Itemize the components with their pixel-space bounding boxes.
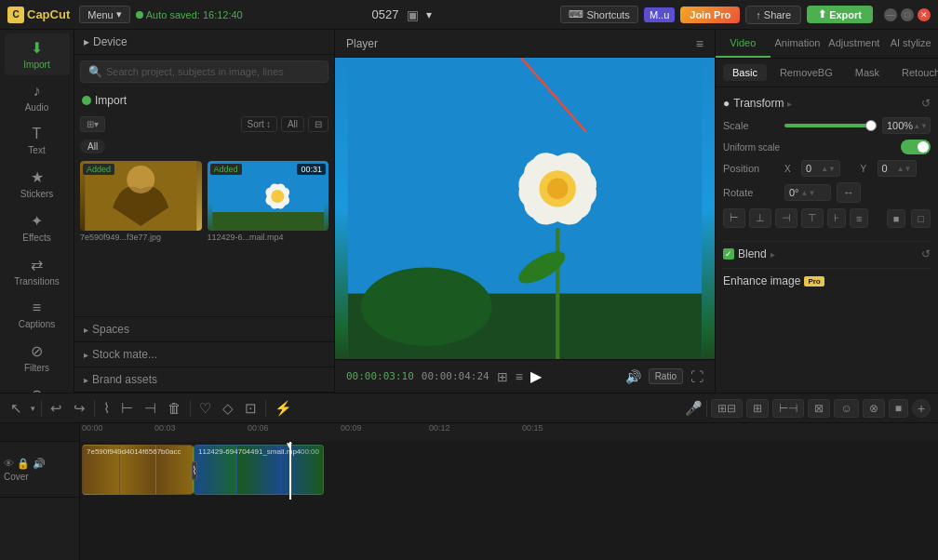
sidebar-item-import[interactable]: ⬇ Import [5, 33, 70, 75]
timeline-ruler: 00:00 00:03 00:06 00:09 00:12 00:15 [80, 423, 938, 442]
split-button[interactable]: ⌇ [100, 397, 113, 420]
play-button[interactable]: ▶ [530, 367, 542, 385]
blend-reset-icon[interactable]: ↺ [921, 247, 931, 260]
brand-assets-section[interactable]: ▸ Brand assets [74, 367, 334, 393]
microphone-icon[interactable]: 🎤 [685, 400, 703, 417]
align-center-h-button[interactable]: ⊥ [749, 208, 771, 228]
tl-btn-4[interactable]: ⊠ [808, 399, 830, 418]
join-pro-button[interactable]: Join Pro [680, 7, 740, 23]
device-header-label: Device [93, 35, 127, 48]
pointer-dropdown[interactable]: ▾ [31, 404, 35, 413]
toolbar-separator-3 [190, 400, 191, 417]
media-item-1[interactable]: Added 7e590f949...f3e77.jpg [80, 161, 202, 242]
tl-btn-2[interactable]: ⊞ [746, 399, 769, 418]
track-audio-icon[interactable]: 🔊 [33, 458, 46, 470]
export-button[interactable]: ⬆ Export [807, 6, 873, 23]
tl-btn-5[interactable]: ☺ [834, 399, 858, 418]
sort-button[interactable]: Sort ↕ [241, 116, 277, 132]
align-extra-1[interactable]: ■ [887, 209, 906, 228]
subtab-retouch[interactable]: Retouch [892, 64, 938, 81]
tl-btn-1[interactable]: ⊞⊟ [711, 399, 743, 418]
position-x-input[interactable]: 0 ▲▼ [801, 160, 840, 177]
align-left-button[interactable]: ⊢ [723, 208, 745, 228]
crop-tool[interactable]: ⊡ [242, 397, 260, 420]
scale-arrows[interactable]: ▲▼ [913, 122, 928, 130]
search-bar[interactable]: 🔍 [80, 60, 328, 83]
flip-button[interactable]: ↔ [837, 182, 861, 203]
tab-ai-stylize[interactable]: AI stylize [883, 30, 938, 58]
trim-left-button[interactable]: ⊢ [118, 397, 136, 420]
volume-icon[interactable]: 🔊 [625, 369, 641, 384]
delete-button[interactable]: 🗑 [165, 397, 184, 419]
track-lock-icon[interactable]: 🔒 [17, 458, 30, 470]
sidebar-item-captions[interactable]: ≡ Captions [5, 294, 70, 335]
player-menu-icon[interactable]: ≡ [696, 36, 704, 51]
position-y-input[interactable]: 0 ▲▼ [878, 160, 917, 177]
undo-button[interactable]: ↩ [47, 397, 65, 420]
sidebar-item-stickers[interactable]: ★ Stickers [5, 163, 70, 205]
all-filter-button[interactable]: All [281, 116, 304, 132]
share-button[interactable]: ↑ Share [745, 6, 801, 24]
diamond-tool[interactable]: ◇ [220, 397, 236, 420]
sidebar-item-audio[interactable]: ♪ Audio [5, 77, 70, 118]
shortcuts-button[interactable]: ⌨ Shortcuts [560, 6, 637, 23]
transform-reset-icon[interactable]: ↺ [921, 97, 931, 110]
filter-button[interactable]: ⊟ [308, 116, 328, 132]
tl-btn-6[interactable]: ⊗ [863, 399, 885, 418]
blade-tool[interactable]: ⚡ [272, 397, 295, 420]
media-item-2[interactable]: Added 00:31 112429-6...mail.mp4 [208, 161, 329, 242]
search-input[interactable] [106, 66, 320, 77]
subtab-mask[interactable]: Mask [846, 64, 889, 81]
pointer-tool[interactable]: ↖ [7, 397, 25, 420]
trim-right-button[interactable]: ⊣ [141, 397, 159, 420]
tl-btn-3[interactable]: ⊢⊣ [772, 399, 804, 418]
ratio-button[interactable]: Ratio [649, 368, 683, 384]
scale-input[interactable]: 100% ▲▼ [882, 117, 931, 134]
fullscreen-button[interactable]: ⛶ [690, 369, 704, 384]
all-tag[interactable]: All [80, 140, 105, 153]
track-hide-icon[interactable]: 👁 [4, 458, 14, 470]
timeline-clip-2[interactable]: 112429-694704491_small.mp4 00:00 [194, 445, 324, 495]
transition-marker[interactable]: ⌇ [192, 461, 197, 480]
align-right-button[interactable]: ⊣ [775, 208, 797, 228]
sidebar-item-transitions[interactable]: ⇄ Transitions [5, 250, 70, 292]
align-extra-2[interactable]: □ [911, 209, 931, 228]
media-name-2: 112429-6...mail.mp4 [208, 233, 329, 242]
rotate-input[interactable]: 0° ▲▼ [784, 184, 831, 201]
grid-view-button[interactable]: ⊞▾ [80, 116, 105, 132]
timeline-clip-1[interactable]: 7e590f949d4014f6567b0acc [82, 445, 194, 495]
subtab-removebg[interactable]: RemoveBG [770, 64, 842, 81]
pos-x-arrows[interactable]: ▲▼ [821, 165, 836, 173]
sidebar-item-adjustment[interactable]: ⊕ Adjustment [5, 380, 70, 393]
menu-button[interactable]: Menu ▾ [79, 6, 130, 23]
tab-video[interactable]: Video [716, 30, 770, 58]
sidebar-item-text[interactable]: T Text [5, 120, 70, 161]
scale-slider[interactable] [784, 124, 877, 127]
pos-y-arrows[interactable]: ▲▼ [897, 165, 912, 173]
uniform-scale-toggle[interactable] [901, 140, 931, 154]
maximize-button[interactable]: □ [901, 8, 914, 21]
rotate-arrows[interactable]: ▲▼ [801, 189, 816, 197]
sidebar-item-filters[interactable]: ⊘ Filters [5, 337, 70, 379]
align-center-v-button[interactable]: ⊦ [827, 208, 846, 228]
blend-checkbox[interactable]: ✓ [723, 248, 734, 260]
tab-animation[interactable]: Animation [770, 30, 825, 58]
stock-section[interactable]: ▸ Stock mate... [74, 342, 334, 367]
enhance-title: Enhance image [723, 274, 800, 287]
tl-add-button[interactable]: + [912, 399, 931, 418]
tab-adjustment[interactable]: Adjustment [824, 30, 883, 58]
position-label: Position [723, 163, 779, 174]
subtab-basic[interactable]: Basic [723, 64, 767, 81]
minimize-button[interactable]: — [884, 8, 897, 21]
tl-btn-7[interactable]: ■ [889, 399, 908, 418]
redo-button[interactable]: ↪ [71, 397, 88, 420]
align-bottom-button[interactable]: ≡ [850, 208, 868, 228]
audio-icon: ♪ [34, 83, 41, 100]
sidebar-item-effects[interactable]: ✦ Effects [5, 207, 70, 248]
align-top-button[interactable]: ⊤ [801, 208, 824, 228]
screen-icon[interactable]: ▣ [407, 7, 419, 22]
heart-sticker-tool[interactable]: ♡ [196, 397, 214, 420]
close-button[interactable]: ✕ [918, 8, 931, 21]
device-header[interactable]: ▸ Device [74, 30, 334, 55]
spaces-section[interactable]: ▸ Spaces [74, 317, 334, 342]
